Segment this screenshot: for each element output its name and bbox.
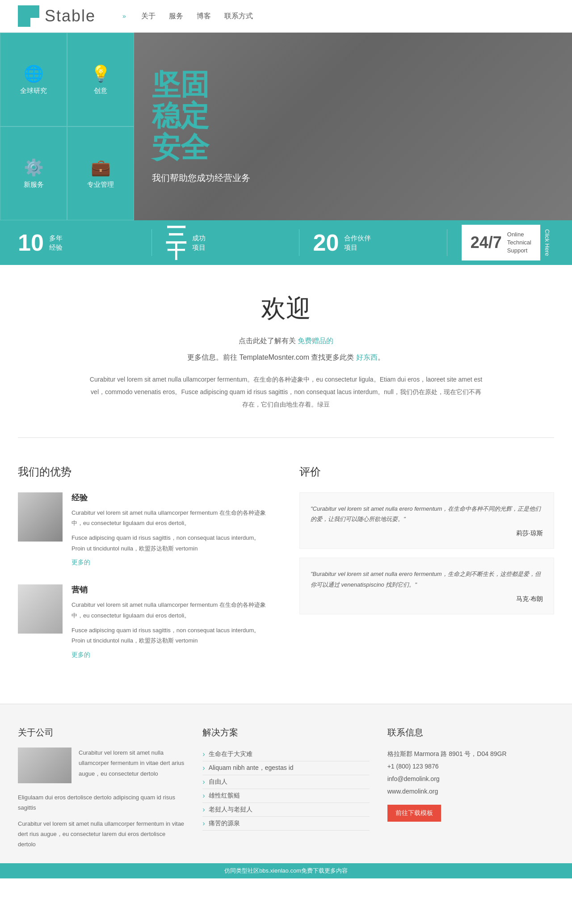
- tile-management[interactable]: 💼 专业管理: [67, 126, 134, 220]
- advantage-body1-1: Curabitur vel lorem sit amet nulla ullam…: [72, 600, 273, 621]
- solution-item-2[interactable]: 自由人: [202, 775, 369, 789]
- free-gifts-link[interactable]: 免费赠品的: [298, 337, 333, 344]
- testimonial-card-1: "Burabitur vel lorem sit amet nulla erer…: [299, 558, 554, 614]
- contact-info: 格拉斯郡 Marmora 路 8901 号，D04 89GR +1 (800) …: [387, 748, 554, 798]
- stat-partners-number: 20: [313, 229, 339, 256]
- site-footer: 关于公司 Curabitur vel lorem sit amet nulla …: [0, 704, 572, 863]
- stat-divider-2: [299, 229, 299, 256]
- tile-global-label: 全球研究: [20, 87, 47, 95]
- nav-arrow: »: [122, 13, 126, 20]
- testimonial-text-0: "Curabitur vel lorem sit amet nulla erer…: [311, 504, 543, 525]
- more-stuff-link[interactable]: 好东西: [356, 353, 378, 361]
- contact-phone: +1 (800) 123 9876: [387, 760, 554, 773]
- stat-experience-desc: 多年 经验: [49, 233, 63, 252]
- nav-item-about[interactable]: 关于: [141, 12, 156, 21]
- footer-about-body3: Curabitur vel lorem sit amet nulla ullam…: [18, 819, 185, 850]
- footer-about-image: [18, 748, 72, 783]
- welcome-subtitle1: 点击此处了解有关 免费赠品的: [89, 335, 483, 348]
- contact-address: 格拉斯郡 Marmora 路 8901 号，D04 89GR: [387, 748, 554, 760]
- footer-solutions: 解决方案 生命在于大灾难 Aliquam nibh ante，egestas i…: [202, 727, 369, 850]
- stat-experience-number: 10: [18, 229, 44, 256]
- advantage-img-0: [18, 492, 63, 542]
- footer-contact-title: 联系信息: [387, 727, 554, 739]
- tile-global-research[interactable]: 🌐 全球研究: [0, 33, 67, 126]
- site-header: Stable » 关于 服务 博客 联系方式: [0, 0, 572, 33]
- scene-image-1: [18, 584, 63, 634]
- testimonial-text-1: "Burabitur vel lorem sit amet nulla erer…: [311, 569, 543, 590]
- footer-about-body1: Curabitur vel lorem sit amet nulla ullam…: [79, 748, 185, 779]
- tile-services-label: 新服务: [24, 181, 44, 189]
- advantages-column: 我们的优势 经验 Curabitur vel lorem sit amet nu…: [18, 465, 273, 677]
- nav-item-blog[interactable]: 博客: [197, 12, 211, 21]
- contact-email: info@demolink.org: [387, 773, 554, 785]
- advantage-img-1: [18, 584, 63, 634]
- download-template-button[interactable]: 前往下载模板: [387, 805, 441, 822]
- tile-creativity-label: 创意: [94, 87, 107, 95]
- solution-item-5[interactable]: 痛苦的源泉: [202, 817, 369, 831]
- tile-management-label: 专业管理: [87, 181, 114, 189]
- testimonial-author-1: 马克·布朗: [311, 595, 543, 603]
- welcome-subtitle2: 更多信息。前往 TemplateMosnter.com 查找更多此类 好东西。: [89, 351, 483, 364]
- footer-about-body2: Eligulaam dui eros dertolisce dertolo ad…: [18, 792, 185, 813]
- testimonials-title: 评价: [299, 465, 554, 479]
- tile-creativity[interactable]: 💡 创意: [67, 33, 134, 126]
- hero-subtitle: 我们帮助您成功经营业务: [152, 172, 250, 184]
- stat-projects: 三 十 成功 项目: [165, 225, 286, 260]
- nav-item-contact[interactable]: 联系方式: [224, 12, 253, 21]
- footer-about-title: 关于公司: [18, 727, 185, 739]
- footer-contact: 联系信息 格拉斯郡 Marmora 路 8901 号，D04 89GR +1 (…: [387, 727, 554, 850]
- solution-item-0[interactable]: 生命在于大灾难: [202, 748, 369, 761]
- welcome-title: 欢迎: [89, 292, 483, 326]
- testimonial-card-0: "Curabitur vel lorem sit amet nulla erer…: [299, 492, 554, 549]
- hero-content: 🌐 全球研究 💡 创意 ⚙️ 新服务 💼 专业管理 坚固 稳定 安全 我们帮: [0, 33, 572, 220]
- bulb-icon: 💡: [91, 64, 111, 83]
- support-text: Online Technical Support: [507, 231, 531, 255]
- solution-item-3[interactable]: 雄性红髌鲢: [202, 789, 369, 803]
- slogan-line1: 坚固: [152, 69, 250, 100]
- stat-experience: 10 多年 经验: [18, 229, 138, 256]
- logo[interactable]: Stable: [18, 5, 96, 27]
- nav-item-services[interactable]: 服务: [169, 12, 183, 21]
- advantage-item-1: 营销 Curabitur vel lorem sit amet nulla ul…: [18, 584, 273, 659]
- advantages-title: 我们的优势: [18, 465, 273, 479]
- main-nav: » 关于 服务 博客 联系方式: [122, 12, 253, 21]
- briefcase-icon: 💼: [91, 158, 111, 177]
- welcome-body: Curabitur vel lorem sit amet nulla ullam…: [89, 373, 483, 411]
- solution-item-1[interactable]: Aliquam nibh ante，egestas id: [202, 761, 369, 775]
- stat-projects-desc: 成功 项目: [192, 233, 206, 252]
- advantage-title-0: 经验: [72, 492, 273, 503]
- stat-divider-3: [447, 229, 447, 256]
- slogan-line3: 安全: [152, 132, 250, 163]
- logo-icon: [18, 5, 39, 27]
- click-here-button[interactable]: Click Here: [540, 224, 554, 261]
- advantage-content-1: 营销 Curabitur vel lorem sit amet nulla ul…: [72, 584, 273, 659]
- advantage-more-1[interactable]: 更多的: [72, 651, 90, 658]
- solution-item-4[interactable]: 老挝人与老挝人: [202, 803, 369, 817]
- slogan-line2: 稳定: [152, 100, 250, 131]
- tile-new-services[interactable]: ⚙️ 新服务: [0, 126, 67, 220]
- contact-website: www.demolink.org: [387, 785, 554, 798]
- advantage-body1-0: Curabitur vel lorem sit amet nulla ullam…: [72, 508, 273, 529]
- advantage-more-0[interactable]: 更多的: [72, 559, 90, 566]
- advantage-content-0: 经验 Curabitur vel lorem sit amet nulla ul…: [72, 492, 273, 567]
- stat-partners-desc: 合作伙伴 项目: [344, 233, 371, 252]
- watermark-text: 仿同类型社区bbs.xienlao.com免费下载更多内容: [224, 867, 348, 874]
- hero-tiles: 🌐 全球研究 💡 创意 ⚙️ 新服务 💼 专业管理: [0, 33, 134, 220]
- welcome-section: 欢迎 点击此处了解有关 免费赠品的 更多信息。前往 TemplateMosnte…: [0, 265, 572, 437]
- advantage-body2-1: Fusce adipiscing quam id risus sagittis，…: [72, 625, 273, 646]
- support-247: 24/7: [471, 233, 502, 252]
- person-image-0: [18, 492, 63, 542]
- support-box: 24/7 Online Technical Support: [461, 224, 541, 261]
- hero-text-block: 坚固 稳定 安全 我们帮助您成功经营业务: [134, 33, 268, 220]
- advantage-item-0: 经验 Curabitur vel lorem sit amet nulla ul…: [18, 492, 273, 567]
- advantages-testimonials-section: 我们的优势 经验 Curabitur vel lorem sit amet nu…: [0, 438, 572, 704]
- advantage-title-1: 营销: [72, 584, 273, 595]
- stat-divider-1: [151, 229, 152, 256]
- advantage-body2-0: Fusce adipiscing quam id risus sagittis，…: [72, 533, 273, 554]
- hero-slogan: 坚固 稳定 安全: [152, 69, 250, 163]
- support-block: 24/7 Online Technical Support Click Here: [461, 224, 554, 261]
- stat-partners: 20 合作伙伴 项目: [313, 229, 433, 256]
- testimonials-column: 评价 "Curabitur vel lorem sit amet nulla e…: [299, 465, 554, 677]
- stats-bar: 10 多年 经验 三 十 成功 项目 20 合作伙伴 项目 24/7 Onlin…: [0, 220, 572, 265]
- watermark-bar: 仿同类型社区bbs.xienlao.com免费下载更多内容: [0, 863, 572, 878]
